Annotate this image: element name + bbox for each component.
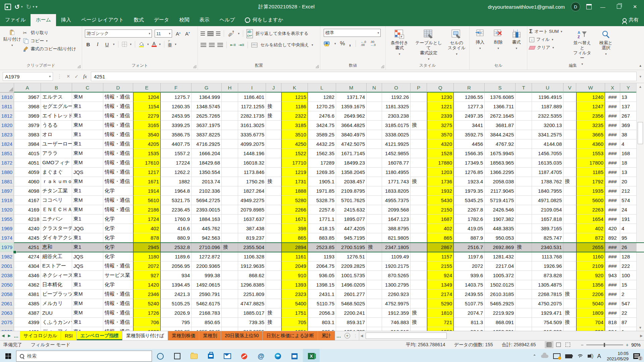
mail-button[interactable] — [219, 349, 236, 362]
cell-E1872[interactable]: 17610 — [133, 158, 161, 168]
column-header-D[interactable]: D — [103, 83, 133, 93]
column-header-S[interactable]: S — [485, 83, 516, 93]
cell-G1920[interactable]: 2393.0015 — [192, 205, 222, 215]
cell-S2075[interactable]: 868.091 — [485, 318, 516, 327]
cell-F1812[interactable]: 2453.95 — [161, 111, 192, 121]
cell-I1810[interactable]: 1186.401 — [238, 93, 266, 102]
cell-E1824[interactable]: 4205 — [133, 139, 161, 149]
cell-W1851[interactable]: 1553 — [576, 149, 605, 158]
cell-T2063[interactable] — [516, 308, 532, 318]
cell-B1918[interactable]: ココペリ — [41, 196, 72, 205]
cell-G2058[interactable]: 2590.791 — [192, 290, 222, 299]
row-header-1880[interactable]: 1880 — [0, 168, 14, 177]
select-all-corner[interactable] — [0, 83, 14, 93]
outlook-button[interactable] — [286, 349, 303, 362]
cell-K1812[interactable]: 2322 — [281, 111, 308, 121]
cell-P1955[interactable] — [411, 215, 427, 224]
cell-S1880[interactable]: 1366.2295 — [485, 168, 516, 177]
cell-S2063[interactable]: 2219.929 — [485, 308, 516, 318]
sheet-tab[interactable]: サイコロジカル — [20, 331, 61, 340]
cell-Y1918[interactable]: 574 — [620, 196, 637, 205]
cell-A2075[interactable]: 4399 — [14, 318, 41, 327]
cell-R1955[interactable]: 1782.6 — [454, 215, 485, 224]
column-header-Y[interactable]: Y — [620, 83, 637, 93]
horizontal-scrollbar[interactable]: ◀ ▶ — [359, 331, 644, 340]
cell-C1820[interactable]: 東M — [72, 121, 103, 130]
cell-R2075[interactable]: 811.3 — [454, 318, 485, 327]
cell-L1880[interactable]: 1269.35 — [308, 168, 336, 177]
cell-X1851[interactable]: ### — [605, 149, 620, 158]
find-select-button[interactable]: 検索と 選択▾ — [595, 27, 616, 67]
cell-P1812[interactable] — [411, 111, 427, 121]
cell-A1897[interactable]: 4098 — [14, 186, 41, 196]
cell-X1880[interactable]: ### — [605, 168, 620, 177]
cell-L1881[interactable]: 1905.1 — [308, 177, 336, 186]
cell-D2038[interactable]: サービス業 — [103, 271, 133, 280]
cell-A1918[interactable]: 4167 — [14, 196, 41, 205]
cell-F2063[interactable]: 2026.9 — [161, 308, 192, 318]
cell-T1969[interactable] — [516, 224, 532, 233]
cell-H2063[interactable] — [222, 308, 238, 318]
cell-G1820[interactable]: 3637.1975 — [192, 121, 222, 130]
cell-L1969[interactable]: 418.15 — [308, 224, 336, 233]
cell-Q1881[interactable]: 1736 — [427, 177, 454, 186]
row-header-2001[interactable]: 2001 — [0, 261, 14, 271]
cell-M2083[interactable]: 1054.785 — [336, 327, 367, 331]
menu-tab[interactable]: 挿入 — [56, 14, 76, 26]
cell-D1918[interactable]: 情報・通信 — [103, 196, 133, 205]
cell-G2061[interactable]: 5462.6175 — [192, 299, 222, 308]
cell-T1955[interactable] — [516, 215, 532, 224]
zoom-level[interactable]: 90% — [631, 342, 641, 348]
cell-E1979[interactable]: 2945 — [133, 243, 161, 252]
cell-K2061[interactable]: 5400 — [281, 299, 308, 308]
cell-G1881[interactable]: 2013.74 — [192, 177, 222, 186]
cell-L1810[interactable]: 1282 — [308, 93, 336, 102]
cell-A1969[interactable]: 4240 — [14, 224, 41, 233]
cell-K2083[interactable]: 1051 — [281, 327, 308, 331]
cell-N1851[interactable] — [367, 149, 382, 158]
align-center-icon[interactable] — [209, 43, 215, 47]
cell-C1955[interactable]: 東1 — [72, 215, 103, 224]
cell-Y1955[interactable]: 191 — [620, 215, 637, 224]
cell-A2058[interactable]: 4381 — [14, 290, 41, 299]
cell-L1982[interactable]: 1193 — [308, 252, 336, 261]
column-header-K[interactable]: K — [281, 83, 308, 93]
cell-Q1823[interactable]: 3570 — [427, 130, 454, 139]
cell-M2058[interactable]: 2601.277 — [336, 290, 367, 299]
cell-U1955[interactable]: 1657.818 — [532, 215, 564, 224]
cell-S1920[interactable]: 2426.546 — [485, 205, 516, 215]
cell-L1897[interactable]: 1971.85 — [308, 186, 336, 196]
cell-V1881[interactable]: 接 — [564, 177, 576, 186]
column-header-V[interactable]: V — [564, 83, 576, 93]
cell-D1824[interactable]: 情報・通信 — [103, 139, 133, 149]
cell-I1979[interactable]: 2355.504 — [238, 243, 266, 252]
cell-B1979[interactable]: 恵和 — [41, 243, 72, 252]
cell-A1880[interactable]: 4059 — [14, 168, 41, 177]
row-header-1824[interactable]: 1824 — [0, 139, 14, 149]
cell-V1810[interactable] — [564, 93, 576, 102]
cell-F2061[interactable]: 5105.25 — [161, 299, 192, 308]
cell-T1811[interactable] — [516, 102, 532, 111]
cell-S1918[interactable]: 5719.4175 — [485, 196, 516, 205]
undo-icon[interactable]: ↺ — [14, 3, 20, 11]
menu-tab[interactable]: ホーム — [31, 14, 56, 26]
cell-F2058[interactable]: 2421.3 — [161, 290, 192, 299]
zoom-slider[interactable] — [586, 345, 623, 345]
cell-Q1955[interactable]: 1687 — [427, 215, 454, 224]
cell-M1811[interactable]: 1359.1675 — [336, 102, 367, 111]
cell-W2075[interactable]: 704 — [576, 318, 605, 327]
cell-Q2001[interactable]: 2155 — [427, 261, 454, 271]
sheet-tab[interactable]: 累計 — [318, 331, 335, 340]
cell-D1812[interactable]: 情報・通信 — [103, 111, 133, 121]
cell-L1820[interactable]: 3424.75 — [308, 121, 336, 130]
number-dialog-launcher-icon[interactable] — [381, 65, 384, 68]
cell-L2058[interactable]: 2431.1 — [308, 290, 336, 299]
cell-Q1851[interactable]: 1528 — [427, 149, 454, 158]
cell-J1851[interactable] — [266, 149, 281, 158]
cell-J2001[interactable] — [266, 261, 281, 271]
taskbar-search-input[interactable]: 検索 — [16, 351, 152, 362]
clipboard-dialog-launcher-icon[interactable] — [77, 65, 80, 68]
cell-X2063[interactable]: ### — [605, 308, 620, 318]
cell-I1824[interactable]: 4099.2075 — [238, 139, 266, 149]
cell-N1969[interactable] — [367, 224, 382, 233]
